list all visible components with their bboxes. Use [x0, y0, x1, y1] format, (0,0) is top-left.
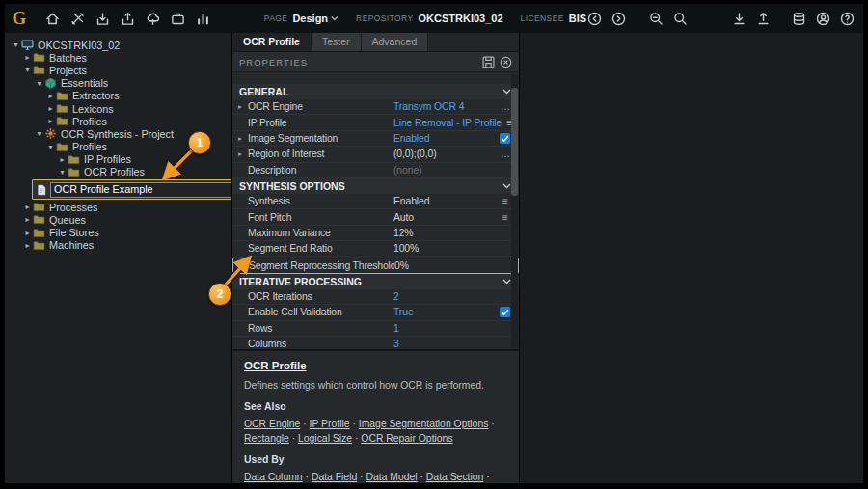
export-box-button[interactable] — [117, 8, 138, 29]
chevron-down-icon — [502, 279, 511, 285]
search-button[interactable] — [669, 8, 691, 29]
section-header-iterative-processing[interactable]: ITERATIVE PROCESSING — [232, 274, 519, 289]
property-value[interactable]: 2 — [393, 291, 399, 302]
property-value[interactable]: 1 — [393, 323, 399, 334]
property-value[interactable]: 12% — [393, 228, 414, 238]
property-row-synthesis[interactable]: SynthesisEnabled≡ — [232, 194, 519, 209]
property-value[interactable]: (0,0);(0,0) — [393, 149, 437, 159]
expander-icon[interactable]: ▸ — [45, 117, 56, 125]
property-row-maximum-variance[interactable]: Maximum Variance12% — [232, 226, 519, 241]
upload-button[interactable] — [752, 8, 773, 29]
expander-icon[interactable]: ▾ — [34, 129, 44, 138]
nav-back-button[interactable] — [583, 8, 605, 29]
section-header-synthesis-options[interactable]: SYNTHESIS OPTIONS — [232, 178, 519, 194]
page-selector[interactable]: Design — [292, 13, 339, 24]
help-link-ocr-engine[interactable]: OCR Engine — [244, 419, 300, 429]
help-link-image-segmentation-options[interactable]: Image Segmentation Options — [359, 419, 489, 429]
property-value[interactable]: 3 — [393, 339, 399, 349]
download-button[interactable] — [728, 8, 749, 29]
stats-button[interactable] — [192, 8, 213, 29]
expander-icon[interactable]: ▾ — [22, 66, 33, 74]
expander-icon[interactable]: ▸ — [22, 241, 33, 250]
expander-icon[interactable]: ▸ — [22, 53, 33, 62]
tree-item-essentials[interactable]: ▾Essentials — [5, 77, 231, 90]
property-value[interactable]: Enabled — [393, 133, 429, 144]
property-value[interactable]: 0% — [394, 260, 409, 271]
expander-icon[interactable]: ▸ — [57, 155, 68, 164]
property-value[interactable]: Enabled — [393, 196, 429, 206]
tools-button[interactable] — [67, 8, 88, 29]
case-button[interactable] — [167, 8, 188, 29]
zoom-button[interactable] — [645, 8, 666, 29]
property-label: Region of Interest — [248, 149, 393, 159]
tab-advanced[interactable]: Advanced — [362, 33, 429, 51]
tree-item-file-stores[interactable]: ▸File Stores — [5, 226, 231, 238]
tree-item-okcstrki03-02[interactable]: ▾OKCSTRKI03_02 — [5, 39, 231, 51]
expander-icon[interactable]: ▸ — [238, 102, 248, 111]
help-link-ocr-repair-options[interactable]: OCR Repair Options — [361, 433, 452, 444]
cloud-upload-button[interactable] — [142, 8, 163, 29]
property-row-ip-profile[interactable]: IP ProfileLine Removal - IP Profile≡ — [232, 115, 519, 130]
property-value[interactable]: (none) — [393, 165, 421, 176]
expander-icon[interactable]: ▾ — [11, 41, 21, 49]
expander-icon[interactable]: ▾ — [34, 79, 44, 88]
expander-icon[interactable]: ▸ — [45, 92, 56, 100]
tree-item-processes[interactable]: ▸Processes — [5, 201, 231, 213]
tree-item-profiles[interactable]: ▸Profiles — [5, 115, 231, 127]
property-row-ocr-iterations[interactable]: OCR Iterations2 — [232, 289, 519, 305]
tree-item-ip-profiles[interactable]: ▸IP Profiles — [5, 153, 231, 166]
expander-icon[interactable]: ▾ — [45, 143, 56, 151]
tree-item-ocr-profiles[interactable]: ▾OCR Profiles — [5, 166, 231, 178]
property-row-columns[interactable]: Columns3 — [232, 337, 519, 349]
property-value[interactable]: Auto — [393, 212, 414, 223]
help-link-data-model[interactable]: Data Model — [366, 472, 417, 482]
import-box-button[interactable] — [92, 8, 113, 29]
expander-icon[interactable]: ▸ — [22, 215, 33, 224]
home-button[interactable] — [41, 8, 63, 29]
close-icon[interactable] — [500, 56, 512, 68]
property-row-region-of-interest[interactable]: ▸Region of Interest(0,0);(0,0)… — [232, 147, 519, 162]
property-value[interactable]: Line Removal - IP Profile — [393, 118, 502, 128]
help-link-rectangle[interactable]: Rectangle — [244, 433, 289, 444]
account-button[interactable] — [812, 8, 833, 29]
help-link-logical-size[interactable]: Logical Size — [298, 433, 352, 444]
tree-item-ocr-profile-example[interactable]: OCR Profile Example — [32, 179, 232, 200]
property-row-segment-reprocessing-threshold[interactable]: Segment Reprocessing Threshold0% — [232, 258, 519, 274]
tree-item-queues[interactable]: ▸Queues — [5, 213, 231, 226]
nav-forward-button[interactable] — [608, 8, 629, 29]
help-button[interactable] — [836, 8, 857, 29]
expander-icon[interactable]: ▸ — [22, 203, 33, 211]
help-link-data-section[interactable]: Data Section — [426, 472, 484, 482]
tree-item-extractors[interactable]: ▸Extractors — [5, 90, 231, 102]
property-row-rows[interactable]: Rows1 — [232, 321, 519, 337]
help-link-data-column[interactable]: Data Column — [244, 472, 303, 482]
help-title[interactable]: OCR Profile — [244, 360, 507, 371]
expander-icon[interactable]: ▸ — [45, 104, 56, 113]
tree-item-lexicons[interactable]: ▸Lexicons — [5, 102, 231, 115]
property-row-segment-end-ratio[interactable]: Segment End Ratio100% — [232, 241, 519, 257]
property-value[interactable]: Transym OCR 4 — [393, 101, 464, 112]
property-value[interactable]: True — [393, 307, 414, 317]
tab-tester[interactable]: Tester — [312, 33, 362, 51]
tab-ocr-profile[interactable]: OCR Profile — [232, 33, 312, 51]
property-row-enable-cell-validation[interactable]: Enable Cell ValidationTrue — [232, 305, 519, 320]
expander-icon[interactable]: ▸ — [22, 229, 33, 237]
help-link-ip-profile[interactable]: IP Profile — [310, 419, 350, 429]
help-link-data-field[interactable]: Data Field — [312, 472, 357, 482]
tree-item-projects[interactable]: ▾Projects — [5, 64, 231, 76]
property-row-font-pitch[interactable]: Font PitchAuto≡ — [232, 209, 519, 225]
expander-icon[interactable]: ▸ — [238, 134, 248, 143]
property-row-description[interactable]: Description(none) — [232, 163, 519, 178]
expander-icon[interactable]: ▾ — [57, 168, 68, 177]
database-button[interactable] — [788, 8, 809, 29]
expander-icon[interactable]: ▸ — [238, 149, 248, 158]
scrollbar-thumb[interactable] — [511, 88, 518, 196]
property-value[interactable]: 100% — [393, 243, 419, 254]
tree-item-machines[interactable]: ▸Machines — [5, 239, 231, 252]
save-icon[interactable] — [482, 56, 495, 68]
section-header-general[interactable]: GENERAL — [232, 84, 519, 99]
tree-item-batches[interactable]: ▸Batches — [5, 51, 231, 64]
property-row-image-segmentation[interactable]: ▸Image SegmentationEnabled — [232, 131, 519, 147]
property-row-ocr-engine[interactable]: ▸OCR EngineTransym OCR 4… — [232, 99, 519, 115]
scrollbar[interactable] — [511, 74, 518, 347]
